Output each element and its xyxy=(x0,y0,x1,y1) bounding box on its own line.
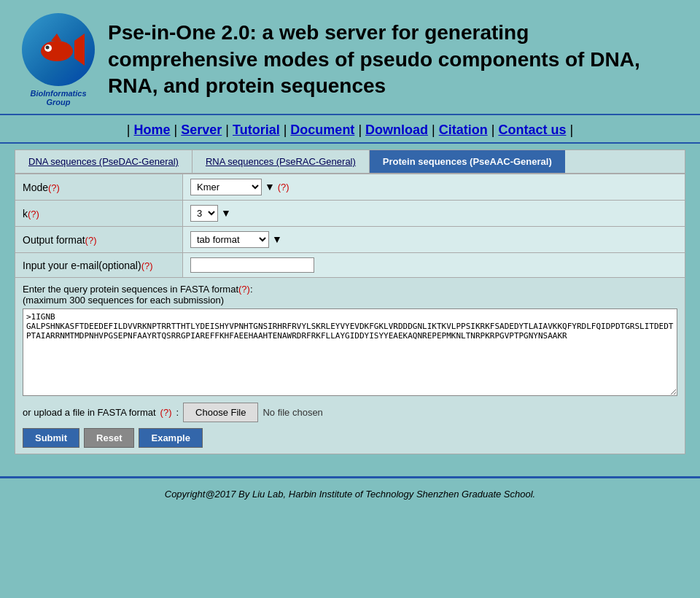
tab-dna[interactable]: DNA sequences (PseDAC-General) xyxy=(15,150,192,173)
email-input[interactable] xyxy=(190,257,314,273)
output-value-cell: tab format csv format libsvm format ▼ xyxy=(183,227,685,253)
k-help[interactable]: (?) xyxy=(28,209,39,220)
k-select[interactable]: 1 2 3 4 5 xyxy=(190,205,218,222)
footer-text: Copyright@2017 By Liu Lab, Harbin Instit… xyxy=(165,489,536,500)
svg-marker-4 xyxy=(51,34,61,41)
k-value-cell: 1 2 3 4 5 ▼ xyxy=(183,201,685,227)
nav-tutorial[interactable]: Tutorial xyxy=(233,123,280,137)
nav-sep7: | xyxy=(566,123,573,137)
seq-max-label: (maximum 300 sequences for each submissi… xyxy=(23,295,224,306)
logo-svg xyxy=(29,20,88,79)
nav-sep3: | xyxy=(280,123,291,137)
form-table: Mode(?) Kmer PseAAC PseKRAAC ▼ (?) k(?) xyxy=(15,174,685,278)
email-value-cell xyxy=(183,253,685,278)
main-content: DNA sequences (PseDAC-General) RNA seque… xyxy=(15,150,685,454)
upload-help[interactable]: (?) xyxy=(160,407,172,418)
mode-value-cell: Kmer PseAAC PseKRAAC ▼ (?) xyxy=(183,174,685,201)
svg-point-3 xyxy=(46,46,50,50)
nav-bar: | Home | Server | Tutorial | Document | … xyxy=(0,114,700,144)
output-label: Output format xyxy=(23,234,85,246)
output-label-cell: Output format(?) xyxy=(15,227,183,253)
choose-file-button[interactable]: Choose File xyxy=(183,403,258,422)
tabs-container: DNA sequences (PseDAC-General) RNA seque… xyxy=(15,150,685,174)
svg-marker-1 xyxy=(74,34,85,66)
logo-image xyxy=(22,13,95,86)
k-label-cell: k(?) xyxy=(15,201,183,227)
mode-label: Mode xyxy=(23,182,48,193)
output-select[interactable]: tab format csv format libsvm format xyxy=(190,231,269,248)
seq-textarea[interactable] xyxy=(23,308,677,396)
output-help[interactable]: (?) xyxy=(85,235,97,246)
example-button[interactable]: Example xyxy=(139,428,202,448)
k-label: k xyxy=(23,208,28,220)
nav-document[interactable]: Document xyxy=(290,123,354,137)
no-file-label: No file chosen xyxy=(262,407,322,418)
k-row: k(?) 1 2 3 4 5 ▼ xyxy=(15,201,685,227)
email-row: Input your e-mail(optional)(?) xyxy=(15,253,685,278)
nav-server[interactable]: Server xyxy=(181,123,222,137)
mode-help2[interactable]: (?) xyxy=(278,182,289,193)
nav-sep4: | xyxy=(354,123,365,137)
logo-text: BioInformatics Group xyxy=(22,89,95,106)
tab-rna[interactable]: RNA sequences (PseRAC-General) xyxy=(192,150,370,173)
nav-contact[interactable]: Contact us xyxy=(498,123,566,137)
nav-sep6: | xyxy=(488,123,499,137)
logo-container: BioInformatics Group xyxy=(22,13,95,106)
email-label: Input your e-mail(optional) xyxy=(23,260,141,271)
nav-sep1: | xyxy=(171,123,182,137)
nav-sep2: | xyxy=(222,123,233,137)
nav-download[interactable]: Download xyxy=(365,123,428,137)
page-title: Pse-in-One 2.0: a web server for generat… xyxy=(108,20,678,99)
upload-label: or upload a file in FASTA format xyxy=(23,407,156,418)
upload-row: or upload a file in FASTA format(?): Cho… xyxy=(23,403,677,422)
nav-separator: | xyxy=(127,123,134,137)
mode-select[interactable]: Kmer PseAAC PseKRAAC xyxy=(190,179,262,195)
nav-home[interactable]: Home xyxy=(134,123,171,137)
seq-label: Enter the query protein sequences in FAS… xyxy=(23,284,677,306)
header: BioInformatics Group Pse-in-One 2.0: a w… xyxy=(0,0,700,114)
btn-row: Submit Reset Example xyxy=(23,428,677,448)
seq-help[interactable]: (?) xyxy=(238,284,250,295)
submit-button[interactable]: Submit xyxy=(23,428,79,448)
svg-point-0 xyxy=(41,41,73,61)
mode-help[interactable]: (?) xyxy=(48,182,60,193)
reset-button[interactable]: Reset xyxy=(84,428,134,448)
nav-citation[interactable]: Citation xyxy=(439,123,488,137)
nav-sep5: | xyxy=(428,123,439,137)
seq-area: Enter the query protein sequences in FAS… xyxy=(15,278,685,454)
mode-label-cell: Mode(?) xyxy=(15,174,183,201)
mode-row: Mode(?) Kmer PseAAC PseKRAAC ▼ (?) xyxy=(15,174,685,201)
tab-protein[interactable]: Protein sequences (PseAAC-General) xyxy=(370,150,565,173)
email-help[interactable]: (?) xyxy=(141,260,153,271)
output-row: Output format(?) tab format csv format l… xyxy=(15,227,685,253)
footer: Copyright@2017 By Liu Lab, Harbin Instit… xyxy=(0,478,700,510)
email-label-cell: Input your e-mail(optional)(?) xyxy=(15,253,183,278)
